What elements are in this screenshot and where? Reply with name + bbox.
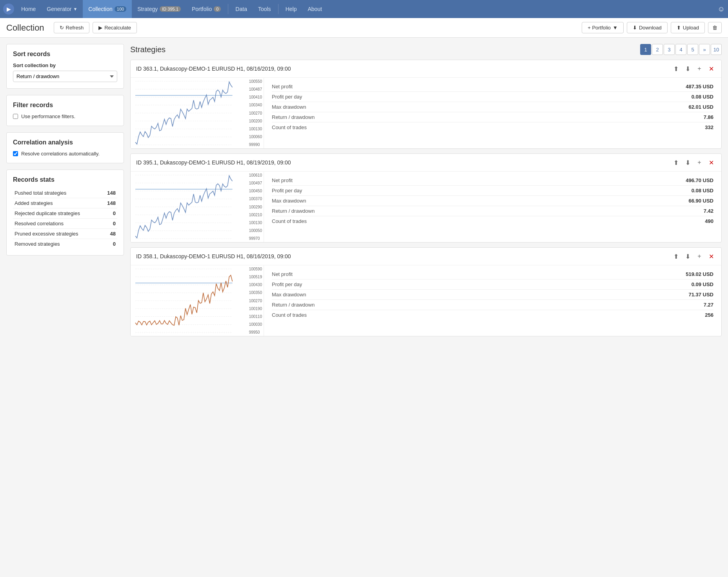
- page-button[interactable]: 3: [664, 44, 675, 55]
- portfolio-button[interactable]: + Portfolio ▼: [582, 22, 624, 33]
- stat-value: 0.08 USD: [692, 94, 713, 100]
- stat-row: Max drawdown 66.90 USD: [272, 196, 713, 206]
- chart-label: 100190: [249, 307, 262, 311]
- correlation-checkbox[interactable]: [13, 151, 18, 156]
- stat-label: Net profit: [272, 177, 293, 183]
- stat-value: 519.02 USD: [686, 271, 713, 277]
- portfolio-badge: 0: [214, 6, 221, 12]
- correlation-checkbox-label: Resolve correlations automatically.: [21, 151, 100, 157]
- chart-label: 100110: [249, 314, 262, 319]
- chart-label: 100130: [249, 127, 262, 131]
- chart-label: 100340: [249, 103, 262, 107]
- upload-button[interactable]: ⬆ Upload: [671, 22, 705, 33]
- chart-label: 99970: [249, 236, 262, 241]
- stat-label: Net profit: [272, 84, 293, 89]
- push-up-button[interactable]: ⬆: [671, 252, 681, 261]
- stat-row: Pruned excessive strategies48: [13, 229, 117, 239]
- strategy-header: ID 358.1, Dukascopy-DEMO-1 EURUSD H1, 08…: [131, 248, 721, 265]
- nav-generator[interactable]: Generator ▼: [41, 0, 83, 18]
- page-button[interactable]: »: [699, 44, 710, 55]
- add-button[interactable]: +: [695, 252, 704, 261]
- stat-label: Return / drawdown: [272, 208, 315, 214]
- stat-value: 7.42: [704, 208, 713, 214]
- stat-row: Count of trades 490: [272, 216, 713, 226]
- nav-data[interactable]: Data: [230, 0, 253, 18]
- refresh-icon: ↻: [60, 25, 64, 31]
- download-icon: ⬇: [633, 25, 637, 31]
- filter-checkbox-label: Use performance filters.: [21, 113, 75, 119]
- remove-button[interactable]: ✕: [706, 64, 716, 73]
- page-button[interactable]: 4: [675, 44, 686, 55]
- stat-label: Max drawdown: [272, 198, 306, 204]
- page-button[interactable]: 10: [711, 44, 722, 55]
- delete-button[interactable]: 🗑: [708, 22, 722, 33]
- chart-label: 99950: [249, 330, 262, 334]
- stat-label: Return / drawdown: [272, 114, 315, 120]
- nav-tools[interactable]: Tools: [253, 0, 277, 18]
- stats-title: Records stats: [13, 176, 117, 183]
- filter-checkbox[interactable]: [13, 114, 18, 119]
- strategy-id-badge: ID 395.1: [160, 6, 181, 12]
- download-button[interactable]: ⬇ Download: [627, 22, 668, 33]
- stat-label: Max drawdown: [272, 292, 306, 298]
- strategy-title: ID 395.1, Dukascopy-DEMO-1 EURUSD H1, 08…: [136, 159, 291, 166]
- stat-value: 148: [102, 188, 117, 198]
- stat-row: Return / drawdown 7.27: [272, 300, 713, 310]
- chart-label: 100030: [249, 322, 262, 327]
- stat-row: Count of trades 332: [272, 122, 713, 132]
- nav-collection[interactable]: Collection 100: [83, 0, 132, 18]
- stat-label: Profit per day: [272, 94, 302, 100]
- correlation-checkbox-row[interactable]: Resolve correlations automatically.: [13, 151, 117, 157]
- remove-button[interactable]: ✕: [706, 252, 716, 261]
- nav-help[interactable]: Help: [280, 0, 302, 18]
- remove-button[interactable]: ✕: [706, 158, 716, 167]
- dropdown-icon: ▼: [613, 25, 618, 31]
- chart-label: 100497: [249, 181, 262, 185]
- push-up-button[interactable]: ⬆: [671, 64, 681, 73]
- chart-label: 100200: [249, 119, 262, 123]
- nav-portfolio[interactable]: Portfolio 0: [186, 0, 226, 18]
- content-area: Strategies 12345»10 ID 363.1, Dukascopy-…: [130, 44, 722, 572]
- stats-section: Records stats Pushed total strategies148…: [6, 170, 124, 256]
- chart-label: 100290: [249, 205, 262, 209]
- nav-strategy[interactable]: Strategy ID 395.1: [132, 0, 186, 18]
- nav-about[interactable]: About: [302, 0, 328, 18]
- stat-row: Max drawdown 62.01 USD: [272, 102, 713, 112]
- filter-checkbox-row[interactable]: Use performance filters.: [13, 113, 117, 119]
- collection-badge: 100: [115, 6, 126, 12]
- refresh-button[interactable]: ↻ Refresh: [54, 22, 90, 33]
- stat-value: 71.37 USD: [688, 292, 713, 298]
- push-down-button[interactable]: ⬇: [683, 158, 692, 167]
- strategies-list: ID 363.1, Dukascopy-DEMO-1 EURUSD H1, 08…: [130, 60, 722, 336]
- sort-select[interactable]: Return / drawdown: [13, 71, 117, 82]
- page-button[interactable]: 2: [652, 44, 663, 55]
- sort-title: Sort records: [13, 51, 117, 58]
- stat-row: Profit per day 0.08 USD: [272, 186, 713, 196]
- stat-row: Pushed total strategies148: [13, 188, 117, 198]
- stat-value: 48: [102, 229, 117, 239]
- content-title: Strategies: [130, 45, 166, 54]
- chart-label: 100060: [249, 135, 262, 139]
- chart-label: 100050: [249, 228, 262, 233]
- add-button[interactable]: +: [695, 158, 704, 167]
- stat-row: Added strategies148: [13, 198, 117, 208]
- filter-section: Filter records Use performance filters.: [6, 95, 124, 126]
- push-up-button[interactable]: ⬆: [671, 158, 681, 167]
- push-down-button[interactable]: ⬇: [683, 252, 692, 261]
- stat-row: Return / drawdown 7.86: [272, 112, 713, 122]
- stat-value: 148: [102, 198, 117, 208]
- page-button[interactable]: 1: [640, 44, 651, 55]
- add-button[interactable]: +: [695, 64, 704, 73]
- page-button[interactable]: 5: [687, 44, 698, 55]
- strategy-actions: ⬆ ⬇ + ✕: [671, 64, 716, 73]
- nav-home[interactable]: Home: [16, 0, 41, 18]
- user-icon[interactable]: ☺: [718, 5, 725, 13]
- content-header: Strategies 12345»10: [130, 44, 722, 55]
- home-icon[interactable]: ▶: [3, 4, 14, 15]
- chart-label: 100370: [249, 197, 262, 201]
- stat-row: Profit per day 0.09 USD: [272, 279, 713, 290]
- stat-value: 0: [102, 239, 117, 249]
- recalculate-button[interactable]: ▶ Recalculate: [93, 22, 137, 33]
- push-down-button[interactable]: ⬇: [683, 64, 692, 73]
- strategy-actions: ⬆ ⬇ + ✕: [671, 252, 716, 261]
